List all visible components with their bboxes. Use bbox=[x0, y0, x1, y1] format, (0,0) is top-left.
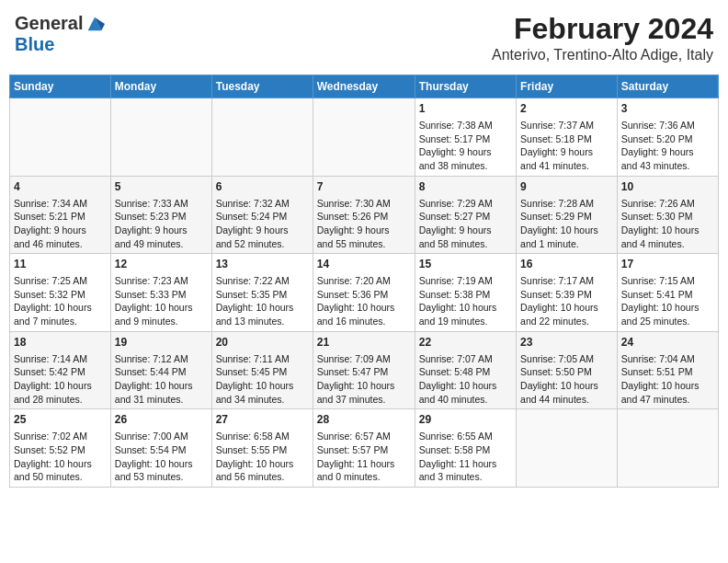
calendar-cell: 29Sunrise: 6:55 AMSunset: 5:58 PMDayligh… bbox=[415, 409, 516, 488]
calendar-cell: 5Sunrise: 7:33 AMSunset: 5:23 PMDaylight… bbox=[110, 176, 211, 254]
day-info: Sunrise: 7:00 AMSunset: 5:54 PMDaylight:… bbox=[115, 430, 208, 484]
day-number: 14 bbox=[317, 257, 411, 272]
day-number: 19 bbox=[115, 335, 208, 350]
day-info: Sunrise: 7:19 AMSunset: 5:38 PMDaylight:… bbox=[419, 274, 512, 328]
calendar-cell: 4Sunrise: 7:34 AMSunset: 5:21 PMDaylight… bbox=[10, 176, 111, 254]
day-info: Sunrise: 7:17 AMSunset: 5:39 PMDaylight:… bbox=[520, 274, 613, 328]
day-number: 10 bbox=[621, 179, 714, 195]
day-info: Sunrise: 7:29 AMSunset: 5:27 PMDaylight:… bbox=[419, 197, 512, 251]
calendar-week-4: 18Sunrise: 7:14 AMSunset: 5:42 PMDayligh… bbox=[10, 331, 719, 409]
day-number: 11 bbox=[14, 257, 107, 272]
calendar-cell: 15Sunrise: 7:19 AMSunset: 5:38 PMDayligh… bbox=[415, 254, 516, 332]
calendar-cell: 10Sunrise: 7:26 AMSunset: 5:30 PMDayligh… bbox=[617, 176, 718, 254]
calendar-cell bbox=[211, 98, 313, 177]
col-saturday: Saturday bbox=[617, 75, 718, 98]
logo-icon bbox=[85, 14, 105, 34]
calendar-cell: 11Sunrise: 7:25 AMSunset: 5:32 PMDayligh… bbox=[10, 254, 111, 332]
day-number: 6 bbox=[216, 179, 309, 195]
day-number: 27 bbox=[216, 412, 309, 428]
day-info: Sunrise: 6:58 AMSunset: 5:55 PMDaylight:… bbox=[216, 430, 309, 484]
day-info: Sunrise: 7:07 AMSunset: 5:48 PMDaylight:… bbox=[419, 352, 512, 407]
col-friday: Friday bbox=[517, 75, 618, 98]
calendar-cell: 8Sunrise: 7:29 AMSunset: 5:27 PMDaylight… bbox=[415, 176, 516, 254]
col-thursday: Thursday bbox=[415, 75, 516, 98]
calendar-cell: 17Sunrise: 7:15 AMSunset: 5:41 PMDayligh… bbox=[617, 254, 718, 332]
day-number: 12 bbox=[115, 257, 208, 272]
calendar-cell: 3Sunrise: 7:36 AMSunset: 5:20 PMDaylight… bbox=[617, 98, 718, 177]
day-info: Sunrise: 7:34 AMSunset: 5:21 PMDaylight:… bbox=[14, 197, 107, 251]
day-number: 7 bbox=[317, 179, 411, 195]
calendar-cell: 13Sunrise: 7:22 AMSunset: 5:35 PMDayligh… bbox=[211, 254, 313, 332]
calendar-cell: 12Sunrise: 7:23 AMSunset: 5:33 PMDayligh… bbox=[110, 254, 211, 332]
day-number: 28 bbox=[317, 412, 411, 428]
day-info: Sunrise: 7:33 AMSunset: 5:23 PMDaylight:… bbox=[115, 197, 208, 251]
day-number: 29 bbox=[419, 412, 512, 428]
day-info: Sunrise: 7:30 AMSunset: 5:26 PMDaylight:… bbox=[317, 197, 411, 251]
calendar-cell bbox=[617, 409, 718, 488]
day-info: Sunrise: 7:12 AMSunset: 5:44 PMDaylight:… bbox=[115, 352, 208, 407]
day-info: Sunrise: 6:57 AMSunset: 5:57 PMDaylight:… bbox=[317, 430, 411, 484]
calendar-body: 1Sunrise: 7:38 AMSunset: 5:17 PMDaylight… bbox=[10, 98, 719, 488]
page-header: General Blue February 2024 Anterivo, Tre… bbox=[9, 9, 719, 67]
day-info: Sunrise: 7:20 AMSunset: 5:36 PMDaylight:… bbox=[317, 274, 411, 328]
day-number: 17 bbox=[621, 257, 714, 272]
day-info: Sunrise: 7:36 AMSunset: 5:20 PMDaylight:… bbox=[621, 119, 714, 173]
day-info: Sunrise: 7:02 AMSunset: 5:52 PMDaylight:… bbox=[14, 430, 107, 484]
calendar-table: Sunday Monday Tuesday Wednesday Thursday… bbox=[9, 75, 719, 488]
day-info: Sunrise: 7:23 AMSunset: 5:33 PMDaylight:… bbox=[115, 274, 208, 328]
day-number: 3 bbox=[621, 101, 714, 117]
day-info: Sunrise: 7:38 AMSunset: 5:17 PMDaylight:… bbox=[419, 119, 512, 173]
day-info: Sunrise: 7:37 AMSunset: 5:18 PMDaylight:… bbox=[520, 119, 613, 173]
calendar-cell: 24Sunrise: 7:04 AMSunset: 5:51 PMDayligh… bbox=[617, 331, 718, 409]
day-number: 4 bbox=[14, 179, 107, 195]
calendar-cell: 14Sunrise: 7:20 AMSunset: 5:36 PMDayligh… bbox=[313, 254, 415, 332]
calendar-cell: 1Sunrise: 7:38 AMSunset: 5:17 PMDaylight… bbox=[415, 98, 516, 177]
calendar-week-5: 25Sunrise: 7:02 AMSunset: 5:52 PMDayligh… bbox=[10, 409, 719, 488]
day-info: Sunrise: 7:28 AMSunset: 5:29 PMDaylight:… bbox=[520, 197, 613, 251]
calendar-cell: 27Sunrise: 6:58 AMSunset: 5:55 PMDayligh… bbox=[211, 409, 313, 488]
calendar-cell: 21Sunrise: 7:09 AMSunset: 5:47 PMDayligh… bbox=[313, 331, 415, 409]
day-number: 23 bbox=[520, 335, 613, 350]
day-number: 2 bbox=[520, 101, 613, 117]
day-number: 26 bbox=[115, 412, 208, 428]
calendar-cell: 9Sunrise: 7:28 AMSunset: 5:29 PMDaylight… bbox=[517, 176, 618, 254]
calendar-cell bbox=[517, 409, 618, 488]
calendar-cell bbox=[10, 98, 111, 177]
calendar-cell: 16Sunrise: 7:17 AMSunset: 5:39 PMDayligh… bbox=[517, 254, 618, 332]
calendar-cell: 18Sunrise: 7:14 AMSunset: 5:42 PMDayligh… bbox=[10, 331, 111, 409]
day-number: 20 bbox=[216, 335, 309, 350]
title-block: February 2024 Anterivo, Trentino-Alto Ad… bbox=[492, 13, 713, 63]
calendar-week-2: 4Sunrise: 7:34 AMSunset: 5:21 PMDaylight… bbox=[10, 176, 719, 254]
day-number: 13 bbox=[216, 257, 309, 272]
day-info: Sunrise: 7:14 AMSunset: 5:42 PMDaylight:… bbox=[14, 352, 107, 407]
logo-blue-text: Blue bbox=[15, 34, 54, 55]
calendar-week-1: 1Sunrise: 7:38 AMSunset: 5:17 PMDaylight… bbox=[10, 98, 719, 177]
calendar-cell: 7Sunrise: 7:30 AMSunset: 5:26 PMDaylight… bbox=[313, 176, 415, 254]
location-title: Anterivo, Trentino-Alto Adige, Italy bbox=[492, 47, 713, 63]
col-wednesday: Wednesday bbox=[313, 75, 415, 98]
calendar-cell: 26Sunrise: 7:00 AMSunset: 5:54 PMDayligh… bbox=[110, 409, 211, 488]
calendar-header: Sunday Monday Tuesday Wednesday Thursday… bbox=[10, 75, 719, 98]
day-number: 25 bbox=[14, 412, 107, 428]
calendar-cell: 20Sunrise: 7:11 AMSunset: 5:45 PMDayligh… bbox=[211, 331, 313, 409]
logo-general-text: General bbox=[15, 13, 83, 34]
col-sunday: Sunday bbox=[10, 75, 111, 98]
day-number: 5 bbox=[115, 179, 208, 195]
day-info: Sunrise: 7:09 AMSunset: 5:47 PMDaylight:… bbox=[317, 352, 411, 407]
day-number: 8 bbox=[419, 179, 512, 195]
day-number: 24 bbox=[621, 335, 714, 350]
day-number: 16 bbox=[520, 257, 613, 272]
calendar-cell: 6Sunrise: 7:32 AMSunset: 5:24 PMDaylight… bbox=[211, 176, 313, 254]
calendar-cell bbox=[110, 98, 211, 177]
day-number: 21 bbox=[317, 335, 411, 350]
day-info: Sunrise: 7:04 AMSunset: 5:51 PMDaylight:… bbox=[621, 352, 714, 407]
col-tuesday: Tuesday bbox=[211, 75, 313, 98]
day-number: 9 bbox=[520, 179, 613, 195]
calendar-cell bbox=[313, 98, 415, 177]
day-info: Sunrise: 7:25 AMSunset: 5:32 PMDaylight:… bbox=[14, 274, 107, 328]
day-info: Sunrise: 7:26 AMSunset: 5:30 PMDaylight:… bbox=[621, 197, 714, 251]
day-number: 15 bbox=[419, 257, 512, 272]
month-title: February 2024 bbox=[492, 13, 713, 45]
day-info: Sunrise: 7:11 AMSunset: 5:45 PMDaylight:… bbox=[216, 352, 309, 407]
header-row: Sunday Monday Tuesday Wednesday Thursday… bbox=[10, 75, 719, 98]
